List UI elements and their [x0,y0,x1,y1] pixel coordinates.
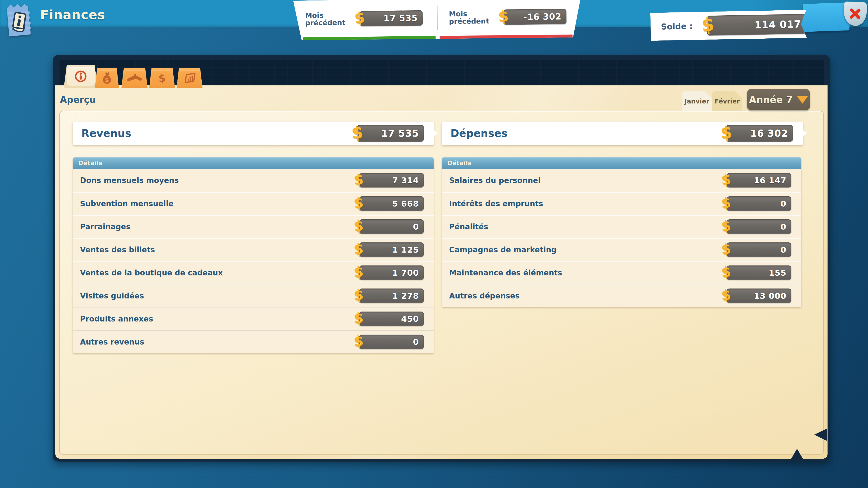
income-value-pill: $ 17 535 [360,10,423,26]
expense-label: Mois précédent [449,10,504,25]
revenues-total-pill: $ 17 535 [357,125,424,142]
row-label: Dons mensuels moyens [80,176,179,185]
dollar-icon: $ [353,240,364,258]
month-janvier-label: Janvier [684,98,709,105]
balance-value: 114 017 [754,18,806,31]
row-label: Visites guidées [80,291,144,300]
table-row: Ventes des billets $ 1 125 [73,238,434,261]
revenues-total-value: 17 535 [381,128,424,139]
tab-sponsorships[interactable] [121,68,148,88]
tab-fees[interactable]: $ [149,68,175,88]
dollar-icon: $ [721,263,732,281]
row-value: 0 [780,245,792,254]
row-label: Parrainages [80,222,130,231]
row-value-pill: $ 155 [727,265,792,280]
dollar-icon: $ [497,7,509,26]
resize-notch-right [814,428,827,441]
row-value: 0 [780,222,792,231]
overview-panel: Aperçu Janvier Février Année 7 Revenus $… [55,86,828,459]
dollar-icon: $ [721,287,732,304]
table-row: Salaires du personnel $ 16 147 [442,169,801,192]
expense-value-pill: $ -16 302 [503,9,566,25]
row-value-pill: $ 7 314 [359,173,424,188]
handshake-icon [126,70,143,86]
row-value-pill: $ 0 [359,219,424,234]
balance-value-pill: $ 114 017 [707,14,806,35]
tab-sponsorships-inner [124,70,145,86]
close-icon [847,6,863,22]
row-value-pill: $ 5 668 [359,196,424,211]
dollar-icon: $ [353,310,364,327]
row-value-pill: $ 450 [359,312,424,326]
expenses-total-pill: $ 16 302 [726,125,793,142]
row-value: 1 700 [392,268,424,278]
row-label: Autres revenus [80,337,144,346]
row-label: Ventes des billets [80,246,155,254]
dollar-icon: $ [350,122,364,142]
resize-notch-bottom [790,449,804,460]
table-row: Pénalités $ 0 [442,215,801,238]
svg-text:$: $ [105,77,109,84]
row-value: 5 668 [392,199,424,208]
table-row: Autres revenus $ 0 [73,330,434,353]
dollar-icon: $ [353,263,364,281]
row-value-pill: $ 0 [359,335,424,349]
row-value-pill: $ 16 147 [727,173,792,188]
row-value: 7 314 [392,176,424,185]
income-value: 17 535 [383,13,423,24]
month-button-janvier[interactable]: Janvier [682,91,712,111]
year-dropdown-label: Année 7 [749,94,793,105]
dollar-icon: $ [353,217,364,234]
table-row: Ventes de la boutique de cadeaux $ 1 700 [73,261,434,284]
tab-donations-inner: $ [97,70,117,86]
row-label: Ventes de la boutique de cadeaux [80,268,223,277]
revenues-details-header: Détails [73,157,434,169]
table-row: Produits annexes $ 450 [73,307,434,330]
revenues-title: Revenus [73,127,131,139]
row-value: 0 [413,222,424,231]
table-row: Intérêts des emprunts $ 0 [442,192,801,215]
year-dropdown[interactable]: Année 7 [747,89,810,110]
previous-month-income: Mois précédent $ 17 535 [293,0,437,40]
row-label: Autres dépenses [449,291,520,300]
tab-overview[interactable] [64,65,98,88]
row-value-pill: $ 1 700 [359,265,424,280]
tab-charts[interactable] [177,68,203,88]
income-label: Mois précédent [305,11,360,27]
row-value: 0 [413,337,424,347]
row-value: 0 [780,199,792,208]
row-value: 450 [401,314,424,324]
window-title-area: Finances [5,1,105,37]
info-icon [72,68,89,85]
dollar-icon: $ [721,194,732,212]
dollar-icon: $ [353,171,364,188]
row-label: Produits annexes [80,315,153,323]
dollar-icon: $ [353,194,364,212]
table-row: Autres dépenses $ 13 000 [442,284,801,307]
month-fevrier-label: Février [715,98,740,105]
chevron-down-icon [797,96,808,103]
table-row: Subvention mensuelle $ 5 668 [73,192,434,215]
dollar-icon: $ [701,14,715,36]
page-title: Finances [40,7,105,22]
row-value-pill: $ 0 [727,219,792,234]
balance-label: Solde : [661,22,693,31]
expense-value: -16 302 [523,11,566,22]
revenues-details-list: Détails Dons mensuels moyens $ 7 314 Sub… [73,157,434,353]
finances-ledger-icon [5,1,34,37]
tab-fees-inner: $ [151,70,173,86]
section-title: Aperçu [60,94,96,105]
tab-donations[interactable]: $ [95,68,119,88]
row-value-pill: $ 0 [727,242,792,257]
table-row: Visites guidées $ 1 278 [73,284,434,307]
table-row: Dons mensuels moyens $ 7 314 [73,169,434,192]
dollar-icon: $ [720,122,733,142]
row-value: 13 000 [754,291,792,300]
row-value: 16 147 [754,176,792,185]
table-row: Parrainages $ 0 [73,215,434,238]
tab-overview-inner [67,67,95,86]
balance-banner: Solde : $ 114 017 [650,10,807,41]
dollar-icon: $ [353,287,364,304]
month-button-fevrier[interactable]: Février [712,91,742,111]
row-value-pill: $ 1 278 [359,289,424,303]
